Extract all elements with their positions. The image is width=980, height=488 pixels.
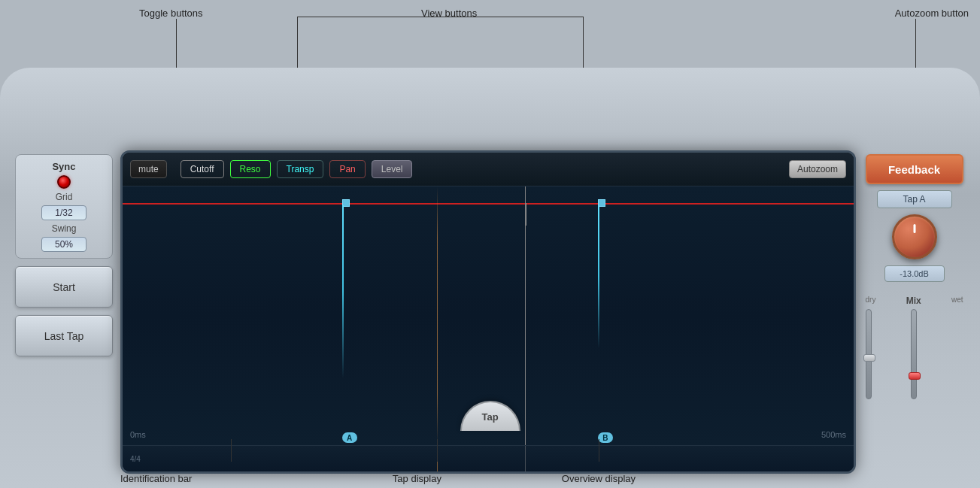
tap-line-1 [342,205,344,378]
center-line [525,186,526,445]
mix-sliders [866,309,963,399]
tap-display-line [437,186,438,445]
display-topbar: mute Cutoff Reso Transp Pan Level Autozo… [123,153,854,186]
marker-a[interactable]: A [342,432,357,443]
level-button[interactable]: Level [372,160,413,178]
wet-slider-container [911,309,917,399]
overview-tap-line [437,446,438,471]
red-line [123,203,854,205]
tap-line-2 [598,205,599,348]
db-display: -13.0dB [884,265,945,282]
sync-section: Sync Grid 1/32 Swing 50% [15,154,113,259]
overview-center-line [525,446,526,471]
sync-label: Sync [52,161,75,172]
wet-slider-thumb[interactable] [909,372,921,380]
device-body: Sync Grid 1/32 Swing 50% Start Last Tap … [0,68,980,488]
last-tap-button[interactable]: Last Tap [15,315,113,356]
dry-slider-track [866,309,872,399]
autozoom-button[interactable]: Autozoom [789,160,846,178]
mix-section: dry Mix wet [866,296,963,399]
swing-label: Swing [52,223,77,234]
sync-led[interactable] [57,175,71,189]
pan-button[interactable]: Pan [329,160,365,178]
transp-button[interactable]: Transp [277,160,324,178]
left-panel: Sync Grid 1/32 Swing 50% Start Last Tap [8,154,120,470]
swing-display[interactable]: 50% [41,237,86,252]
dry-slider-container [866,309,872,399]
overview-bar: 4/4 A B [123,445,854,471]
cutoff-button[interactable]: Cutoff [181,160,224,178]
reso-button[interactable]: Reso [230,160,271,178]
autozoom-label: Autozoom button [895,8,969,19]
mix-labels: dry Mix wet [866,296,963,306]
grid-label: Grid [56,192,73,202]
feedback-knob[interactable] [892,214,937,259]
tap-a-display: Tap A [877,190,952,208]
feedback-button[interactable]: Feedback [866,154,963,184]
marker-b[interactable]: B [598,432,613,443]
time-label-start: 0ms [130,430,146,439]
wet-slider-track [911,309,917,399]
time-sig: 4/4 [130,455,141,463]
mute-button[interactable]: mute [130,160,167,178]
dry-slider-thumb[interactable] [863,354,875,362]
right-panel: Feedback Tap A -13.0dB dry Mix wet [856,154,972,470]
grid-display[interactable]: 1/32 [41,205,86,220]
view-buttons-label: View buttons [421,8,477,19]
view-line-h [297,17,583,17]
time-label-end: 500ms [821,430,846,439]
start-button[interactable]: Start [15,266,113,308]
toggle-buttons-label: Toggle buttons [139,8,203,19]
